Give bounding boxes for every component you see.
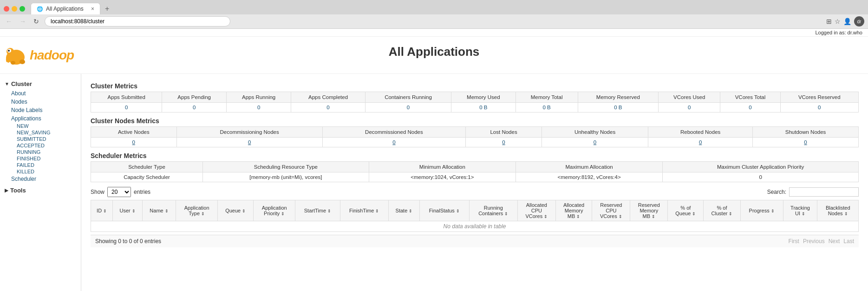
search-label: Search: [767,189,786,195]
scheduler-metrics-table: Scheduler Type Scheduling Resource Type … [91,161,859,182]
col-id[interactable]: ID ⇕ [91,200,113,221]
col-pct-cluster[interactable]: % ofCluster ⇕ [704,200,740,221]
sidebar-item-running[interactable]: RUNNING [16,149,81,155]
val-containers-running[interactable]: 0 [365,103,451,112]
val-vcores-used: 0 [659,103,720,112]
sort-arrows-finish-time: ⇕ [375,209,379,213]
page-title: All Applications [389,45,480,59]
bookmark-icon[interactable]: ☆ [835,18,841,25]
val-scheduling-resource-type: [memory-mb (unit=Mi), vcores] [203,172,369,182]
col-reserved-memory-mb[interactable]: ReservedMemoryMB ⇕ [630,200,668,221]
col-running-containers[interactable]: RunningContainers ⇕ [469,200,517,221]
col-reserved-cpu-vcores[interactable]: ReservedCPUVCores ⇕ [592,200,630,221]
val-memory-reserved: 0 B [578,103,658,112]
col-state[interactable]: State ⇕ [388,200,419,221]
cluster-section-label: Cluster [11,80,32,87]
pagination-first[interactable]: First [789,238,799,245]
reload-button[interactable]: ↻ [32,17,41,26]
col-name[interactable]: Name ⇕ [143,200,176,221]
pagination-previous[interactable]: Previous [803,238,825,245]
profile-icon[interactable]: 👤 [843,18,851,25]
val-rebooted-nodes[interactable]: 0 [648,138,753,147]
col-final-status[interactable]: FinalStatus ⇕ [420,200,470,221]
col-blacklisted-nodes[interactable]: BlacklistedNodes ⇕ [817,200,859,221]
table-controls: Show 20 50 100 entries Search: [91,187,859,197]
col-application-priority[interactable]: ApplicationPriority ⇕ [254,200,295,221]
maximize-window-button[interactable] [20,6,25,12]
tab-close-button[interactable]: × [91,6,94,12]
col-tracking-ui[interactable]: TrackingUI ⇕ [783,200,817,221]
back-button[interactable]: ← [4,17,14,26]
svg-point-4 [8,50,10,52]
pagination-next[interactable]: Next [829,238,840,245]
traffic-lights [4,6,25,12]
sidebar-item-about[interactable]: About [9,89,81,98]
minimize-window-button[interactable] [12,6,17,12]
sidebar-item-submitted[interactable]: SUBMITTED [16,136,81,142]
tools-section-header[interactable]: ▶ Tools [0,185,81,196]
val-decommissioning-nodes[interactable]: 0 [176,138,322,147]
cluster-metrics-table: Apps Submitted Apps Pending Apps Running… [91,92,859,112]
cluster-section-header[interactable]: ▼ Cluster [0,79,81,89]
col-progress[interactable]: Progress ⇕ [740,200,783,221]
top-right-area [787,37,868,73]
forward-button[interactable]: → [18,17,28,26]
col-memory-used: Memory Used [451,92,516,103]
val-apps-running[interactable]: 0 [226,103,291,112]
cluster-nodes-metrics-title: Cluster Nodes Metrics [91,117,859,125]
address-input[interactable] [45,16,230,26]
sidebar-item-applications[interactable]: Applications [9,114,81,123]
sidebar-item-scheduler[interactable]: Scheduler [9,175,81,183]
col-queue[interactable]: Queue ⇕ [218,200,254,221]
cluster-nodes-metrics-table: Active Nodes Decommissioning Nodes Decom… [91,126,859,147]
close-window-button[interactable] [4,6,9,12]
col-memory-total: Memory Total [516,92,578,103]
browser-tab[interactable]: 🌐 All Applications × [31,3,100,14]
val-active-nodes[interactable]: 0 [91,138,177,147]
col-memory-reserved: Memory Reserved [578,92,658,103]
entries-select[interactable]: 20 50 100 [107,187,131,197]
sidebar-item-new[interactable]: NEW [16,123,81,129]
val-unhealthy-nodes[interactable]: 0 [542,138,648,147]
pagination-last[interactable]: Last [843,238,854,245]
col-allocated-memory-mb[interactable]: AllocatedMemoryMB ⇕ [555,200,592,221]
sidebar-item-accepted[interactable]: ACCEPTED [16,142,81,149]
val-decommissioned-nodes[interactable]: 0 [322,138,465,147]
col-shutdown-nodes: Shutdown Nodes [753,127,859,138]
search-input[interactable] [789,187,859,197]
val-memory-used: 0 B [451,103,516,112]
sort-arrows-alloc-cpu: ⇕ [544,214,548,219]
extensions-icon[interactable]: ⊞ [826,18,832,25]
col-user[interactable]: User ⇕ [113,200,143,221]
hadoop-logo: hadoop [5,44,74,66]
sort-arrows-final-status: ⇕ [456,209,460,213]
new-tab-button[interactable]: + [102,4,112,14]
val-apps-pending[interactable]: 0 [162,103,226,112]
col-finish-time[interactable]: FinishTime ⇕ [340,200,388,221]
sort-arrows-pct-cluster: ⇕ [729,212,732,216]
cluster-metrics-title: Cluster Metrics [91,82,859,90]
user-avatar[interactable]: dr [854,16,864,26]
pagination: First Previous Next Last [789,238,854,245]
sidebar-item-new-saving[interactable]: NEW_SAVING [16,129,81,136]
col-allocated-cpu-vcores[interactable]: AllocatedCPUVCores ⇕ [517,200,555,221]
cluster-links: About Nodes Node Labels Applications NEW… [0,89,81,183]
val-shutdown-nodes[interactable]: 0 [753,138,859,147]
address-bar: ← → ↻ ⊞ ☆ 👤 dr [0,14,868,28]
sidebar-item-killed[interactable]: KILLED [16,168,81,175]
sort-arrows-running-containers: ⇕ [504,212,508,216]
tools-arrow-icon: ▶ [5,188,8,193]
val-apps-completed[interactable]: 0 [291,103,365,112]
val-lost-nodes[interactable]: 0 [466,138,542,147]
sidebar-item-node-labels[interactable]: Node Labels [9,106,81,114]
val-min-allocation: <memory:1024, vCores:1> [369,172,516,182]
col-start-time[interactable]: StartTime ⇕ [295,200,340,221]
col-pct-queue[interactable]: % ofQueue ⇕ [668,200,704,221]
col-vcores-used: VCores Used [659,92,720,103]
sidebar-item-nodes[interactable]: Nodes [9,98,81,106]
sidebar-item-failed[interactable]: FAILED [16,162,81,168]
sidebar-item-finished[interactable]: FINISHED [16,155,81,162]
col-application-type[interactable]: ApplicationType ⇕ [176,200,218,221]
col-decommissioned-nodes: Decommissioned Nodes [322,127,465,138]
val-apps-submitted[interactable]: 0 [91,103,162,112]
